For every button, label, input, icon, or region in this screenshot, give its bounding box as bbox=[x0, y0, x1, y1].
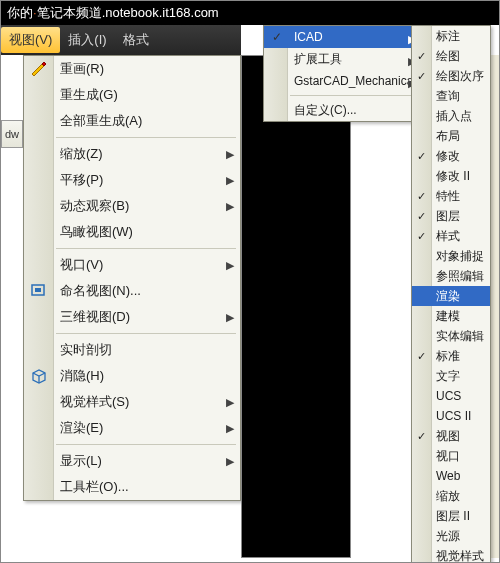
icad-sub-item[interactable]: ✓标准 bbox=[412, 346, 490, 366]
icad-sub-label: 缩放 bbox=[436, 489, 460, 503]
menu-named-view[interactable]: 命名视图(N)... bbox=[24, 278, 240, 304]
icad-sub-item[interactable]: 对象捕捉 bbox=[412, 246, 490, 266]
menu-viewport[interactable]: 视口(V)▶ bbox=[24, 252, 240, 278]
icad-sub-item[interactable]: Web bbox=[412, 466, 490, 486]
icad-sub-item[interactable]: ✓图层 bbox=[412, 206, 490, 226]
icad-sub-item[interactable]: 实体编辑 bbox=[412, 326, 490, 346]
icad-sub-label: 修改 II bbox=[436, 169, 470, 183]
icad-sub-item[interactable]: 文字 bbox=[412, 366, 490, 386]
toolbar-menu-gstar[interactable]: GstarCAD_Mechanical ▶ bbox=[264, 70, 422, 92]
check-icon: ✓ bbox=[417, 206, 426, 226]
icad-sub-label: 实体编辑 bbox=[436, 329, 484, 343]
icad-sub-item[interactable]: ✓绘图次序 bbox=[412, 66, 490, 86]
icad-sub-item[interactable]: UCS bbox=[412, 386, 490, 406]
icad-sub-label: 视口 bbox=[436, 449, 460, 463]
menubar-view[interactable]: 视图(V) bbox=[1, 27, 60, 53]
icad-sub-item[interactable]: 布局 bbox=[412, 126, 490, 146]
icad-sub-label: 修改 bbox=[436, 149, 460, 163]
icad-sub-label: UCS II bbox=[436, 409, 471, 423]
icad-sub-label: 特性 bbox=[436, 189, 460, 203]
named-view-icon bbox=[30, 282, 48, 300]
icad-sub-item[interactable]: 缩放 bbox=[412, 486, 490, 506]
toolbar-menu-icad[interactable]: ✓ ICAD ▶ bbox=[264, 26, 422, 48]
toolbar-menu-ext[interactable]: 扩展工具 ▶ bbox=[264, 48, 422, 70]
menu-regen-all[interactable]: 全部重生成(A) bbox=[24, 108, 240, 134]
icad-sub-label: 标注 bbox=[436, 29, 460, 43]
menubar-insert[interactable]: 插入(I) bbox=[60, 27, 114, 53]
menu-orbit[interactable]: 动态观察(B)▶ bbox=[24, 193, 240, 219]
icad-sub-item[interactable]: ✓视图 bbox=[412, 426, 490, 446]
chevron-right-icon: ▶ bbox=[226, 304, 234, 330]
menu-hide[interactable]: 消隐(H) bbox=[24, 363, 240, 389]
icad-sub-label: 对象捕捉 bbox=[436, 249, 484, 263]
check-icon: ✓ bbox=[417, 346, 426, 366]
icad-sub-item[interactable]: 插入点 bbox=[412, 106, 490, 126]
icad-sub-label: 查询 bbox=[436, 89, 460, 103]
icad-sub-item[interactable]: ✓修改 bbox=[412, 146, 490, 166]
breadcrumb-t2: 笔记本频道 bbox=[37, 5, 102, 20]
icad-sub-item[interactable]: 查询 bbox=[412, 86, 490, 106]
icad-sub-label: Web bbox=[436, 469, 460, 483]
menu-aerial[interactable]: 鸟瞰视图(W) bbox=[24, 219, 240, 245]
chevron-right-icon: ▶ bbox=[226, 193, 234, 219]
menu-pan[interactable]: 平移(P)▶ bbox=[24, 167, 240, 193]
icad-sub-item[interactable]: 修改 II bbox=[412, 166, 490, 186]
breadcrumb-t1: 你的 bbox=[7, 5, 33, 20]
menu-display[interactable]: 显示(L)▶ bbox=[24, 448, 240, 474]
check-icon: ✓ bbox=[417, 426, 426, 446]
menu-regen[interactable]: 重生成(G) bbox=[24, 82, 240, 108]
breadcrumb-url: .notebook.it168.com bbox=[102, 5, 219, 20]
icad-sub-item[interactable]: 建模 bbox=[412, 306, 490, 326]
menu-render[interactable]: 渲染(E)▶ bbox=[24, 415, 240, 441]
icad-sub-label: 光源 bbox=[436, 529, 460, 543]
check-icon: ✓ bbox=[272, 26, 282, 48]
icad-sub-item[interactable]: 标注 bbox=[412, 26, 490, 46]
menu-realtime-cut[interactable]: 实时剖切 bbox=[24, 337, 240, 363]
chevron-right-icon: ▶ bbox=[226, 415, 234, 441]
menu-3d-view[interactable]: 三维视图(D)▶ bbox=[24, 304, 240, 330]
icad-sub-label: 图层 II bbox=[436, 509, 470, 523]
menu-visual-style[interactable]: 视觉样式(S)▶ bbox=[24, 389, 240, 415]
icad-sub-item[interactable]: 图层 II bbox=[412, 506, 490, 526]
icad-sub-label: 视图 bbox=[436, 429, 460, 443]
icad-sub-label: 建模 bbox=[436, 309, 460, 323]
menu-toolbar[interactable]: 工具栏(O)... bbox=[24, 474, 240, 500]
view-menu: 重画(R) 重生成(G) 全部重生成(A) 缩放(Z)▶ 平移(P)▶ 动态观察… bbox=[23, 55, 241, 501]
check-icon: ✓ bbox=[417, 46, 426, 66]
icad-sub-item[interactable]: 参照编辑 bbox=[412, 266, 490, 286]
chevron-right-icon: ▶ bbox=[226, 141, 234, 167]
icad-sub-item[interactable]: 光源 bbox=[412, 526, 490, 546]
icad-sub-item[interactable]: 视觉样式 bbox=[412, 546, 490, 563]
toolbar-menu-custom[interactable]: 自定义(C)... bbox=[264, 99, 422, 121]
cube-icon bbox=[30, 367, 48, 385]
menu-zoom[interactable]: 缩放(Z)▶ bbox=[24, 141, 240, 167]
icad-sub-label: 布局 bbox=[436, 129, 460, 143]
check-icon: ✓ bbox=[417, 226, 426, 246]
breadcrumb: 你的·笔记本频道.notebook.it168.com bbox=[1, 1, 499, 25]
doc-tab[interactable]: dw bbox=[1, 120, 23, 148]
icad-sub-item[interactable]: UCS II bbox=[412, 406, 490, 426]
menu-redraw-label: 重画(R) bbox=[60, 61, 104, 76]
icad-sub-label: UCS bbox=[436, 389, 461, 403]
menubar: 视图(V) 插入(I) 格式 bbox=[1, 25, 241, 55]
check-icon: ✓ bbox=[417, 146, 426, 166]
chevron-right-icon: ▶ bbox=[226, 252, 234, 278]
check-icon: ✓ bbox=[417, 66, 426, 86]
icad-sub-item[interactable]: 渲染 bbox=[412, 286, 490, 306]
icad-sub-item[interactable]: ✓特性 bbox=[412, 186, 490, 206]
icad-sub-item[interactable]: ✓绘图 bbox=[412, 46, 490, 66]
menu-redraw[interactable]: 重画(R) bbox=[24, 56, 240, 82]
icad-sub-label: 绘图次序 bbox=[436, 69, 484, 83]
drawing-canvas[interactable] bbox=[241, 55, 351, 558]
svg-rect-1 bbox=[35, 288, 41, 292]
icad-sub-item[interactable]: ✓样式 bbox=[412, 226, 490, 246]
icad-sub-label: 视觉样式 bbox=[436, 549, 484, 563]
menubar-format[interactable]: 格式 bbox=[115, 27, 157, 53]
chevron-right-icon: ▶ bbox=[226, 448, 234, 474]
icad-sub-label: 文字 bbox=[436, 369, 460, 383]
check-icon: ✓ bbox=[417, 186, 426, 206]
pencil-icon bbox=[30, 60, 48, 78]
icad-sub-label: 标准 bbox=[436, 349, 460, 363]
icad-sub-label: 插入点 bbox=[436, 109, 472, 123]
icad-sub-item[interactable]: 视口 bbox=[412, 446, 490, 466]
